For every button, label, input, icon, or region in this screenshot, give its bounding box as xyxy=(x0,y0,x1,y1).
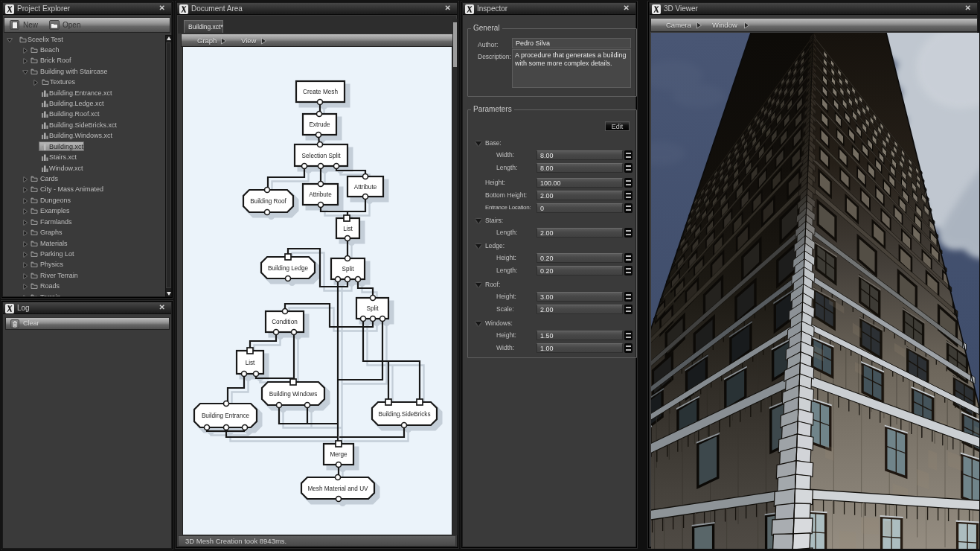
svg-text:Condition: Condition xyxy=(272,319,298,325)
svg-text:List: List xyxy=(343,226,353,232)
svg-text:Merge: Merge xyxy=(330,451,348,458)
svg-text:Building Ledge: Building Ledge xyxy=(268,265,309,272)
svg-text:Attribute: Attribute xyxy=(354,184,377,191)
svg-text:Split: Split xyxy=(367,305,379,312)
svg-text:Building Windows: Building Windows xyxy=(269,391,318,398)
svg-text:Split: Split xyxy=(342,266,355,273)
svg-text:Mesh Material and UV: Mesh Material and UV xyxy=(308,485,369,492)
svg-text:Create Mesh: Create Mesh xyxy=(303,89,338,95)
svg-text:Attribute: Attribute xyxy=(309,191,332,198)
svg-text:Building Roof: Building Roof xyxy=(250,198,286,205)
svg-text:Extrude: Extrude xyxy=(309,121,330,128)
svg-text:Selection Split: Selection Split xyxy=(302,153,342,159)
svg-text:Building.SideBricks: Building.SideBricks xyxy=(378,411,430,418)
svg-text:Building Entrance: Building Entrance xyxy=(202,413,250,419)
svg-text:List: List xyxy=(246,360,255,366)
